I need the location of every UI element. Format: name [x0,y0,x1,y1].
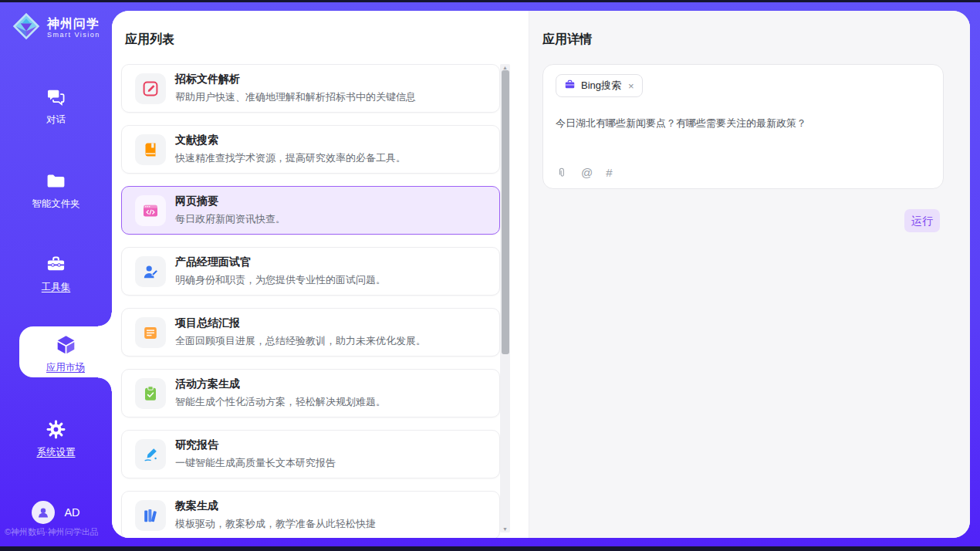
scrollbar[interactable]: ▲ ▼ [500,64,510,532]
plan-icon [142,385,159,402]
run-button[interactable]: 运行 [904,209,940,232]
app-card-desc: 一键智能生成高质量长文本研究报告 [175,456,336,470]
app-card-desc: 模板驱动，教案秒成，教学准备从此轻松快捷 [175,517,376,531]
app-window: 神州问学 Smart Vision 对话 智能文件夹 工具集 应用市场 系统设置 [0,0,980,551]
app-card-5[interactable]: 活动方案生成 智能生成个性化活动方案，轻松解决规划难题。 [121,369,500,417]
app-card-desc: 智能生成个性化活动方案，轻松解决规划难题。 [175,395,386,409]
app-list-pane: 应用列表 招标文件解析 帮助用户快速、准确地理解和解析招标书中的关键信息 文献搜… [112,11,529,538]
sidebar-item-chat[interactable]: 对话 [0,86,112,127]
sidebar-item-label: 应用市场 [19,361,112,374]
app-list-title: 应用列表 [125,32,174,48]
app-card-title: 活动方案生成 [175,377,386,391]
prompt-card: Bing搜索 × 今日湖北有哪些新闻要点？有哪些需要关注的最新政策？ @# [542,64,944,189]
app-card-title: 产品经理面试官 [175,255,386,269]
sidebar-item-label: 智能文件夹 [0,198,112,211]
bid-parse-icon [142,80,159,97]
app-detail-title: 应用详情 [542,32,592,48]
app-card-3[interactable]: 产品经理面试官 明确身份和职责，为您提供专业性的面试问题。 [121,247,500,296]
app-card-title: 项目总结汇报 [175,316,426,330]
brand-subtitle: Smart Vision [47,31,100,39]
app-card-title: 网页摘要 [175,194,286,208]
query-input[interactable]: 今日湖北有哪些新闻要点？有哪些需要关注的最新政策？ [556,116,931,130]
at-icon[interactable]: @ [581,167,593,179]
interviewer-icon [142,263,159,280]
brand-name: 神州问学 [47,17,100,30]
scroll-down-icon[interactable]: ▼ [500,526,510,532]
hash-icon[interactable]: # [606,167,612,179]
user-account[interactable]: AD [0,501,112,524]
summary-icon [142,324,159,341]
app-card-desc: 每日政府新闻资讯快查。 [175,212,286,226]
app-card-title: 研究报告 [175,438,336,452]
toolbox-icon [46,254,66,275]
sidebar-item-gear[interactable]: 系统设置 [0,419,112,459]
brand-logo: 神州问学 Smart Vision [11,11,100,45]
copyright-footer: ©神州数码·神州问学出品 [5,526,99,538]
sidebar: 神州问学 Smart Vision 对话 智能文件夹 工具集 应用市场 系统设置 [0,2,112,546]
app-card-desc: 明确身份和职责，为您提供专业性的面试问题。 [175,273,386,287]
avatar [32,501,55,524]
sidebar-item-label: 对话 [0,113,112,127]
app-card-desc: 全面回顾项目进展，总结经验教训，助力未来优化发展。 [175,334,426,348]
app-card-4[interactable]: 项目总结汇报 全面回顾项目进展，总结经验教训，助力未来优化发展。 [121,308,500,357]
close-icon[interactable]: × [628,80,634,92]
cube-icon [56,334,76,355]
sidebar-item-folder[interactable]: 智能文件夹 [0,171,112,211]
main-panel: 应用列表 招标文件解析 帮助用户快速、准确地理解和解析招标书中的关键信息 文献搜… [112,11,970,538]
paperclip-icon[interactable] [556,167,568,179]
chat-icon [46,86,66,107]
user-name: AD [64,506,79,519]
sidebar-item-cube[interactable]: 应用市场 [19,326,112,377]
sidebar-item-toolbox[interactable]: 工具集 [0,254,112,294]
app-card-7[interactable]: 教案生成 模板驱动，教案秒成，教学准备从此轻松快捷 [121,491,500,538]
lesson-icon [142,507,159,524]
scrollbar-thumb[interactable] [502,70,509,354]
app-card-2[interactable]: 网页摘要 每日政府新闻资讯快查。 [121,186,500,235]
app-card-desc: 快速精准查找学术资源，提高研究效率的必备工具。 [175,151,406,165]
app-card-1[interactable]: 文献搜索 快速精准查找学术资源，提高研究效率的必备工具。 [121,125,500,174]
attach-toolbar: @# [556,167,613,179]
tool-tag-bing-search[interactable]: Bing搜索 × [556,74,643,97]
app-card-0[interactable]: 招标文件解析 帮助用户快速、准确地理解和解析招标书中的关键信息 [121,64,500,113]
app-card-title: 招标文件解析 [175,73,416,86]
tool-tag-label: Bing搜索 [581,79,621,93]
research-icon [142,446,159,463]
gem-logo-icon [11,11,42,45]
app-card-6[interactable]: 研究报告 一键智能生成高质量长文本研究报告 [121,430,500,478]
sidebar-item-label: 工具集 [0,281,112,294]
webpage-icon [142,202,159,219]
briefcase-icon [564,79,576,93]
app-card-title: 文献搜索 [175,134,406,147]
app-card-title: 教案生成 [175,499,376,513]
app-detail-pane: 应用详情 Bing搜索 × 今日湖北有哪些新闻要点？有哪些需要关注的最新政策？ … [529,11,970,538]
app-list: 招标文件解析 帮助用户快速、准确地理解和解析招标书中的关键信息 文献搜索 快速精… [112,64,529,538]
gear-icon [46,419,66,440]
sidebar-item-label: 系统设置 [0,446,112,459]
folder-icon [46,171,66,191]
book-icon [142,141,159,158]
app-card-desc: 帮助用户快速、准确地理解和解析招标书中的关键信息 [175,90,416,104]
